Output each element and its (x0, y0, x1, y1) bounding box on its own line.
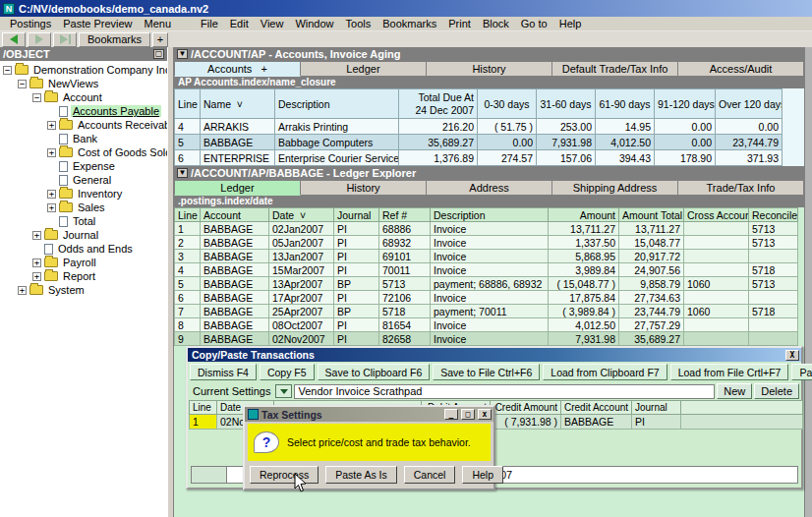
tab-ledger-history[interactable]: History (301, 180, 427, 196)
cell-reconcile[interactable]: 5713 (749, 236, 798, 250)
close-icon[interactable]: X (785, 350, 799, 361)
cell-line[interactable]: 9 (175, 332, 201, 346)
cell-line[interactable]: 5 (175, 277, 201, 291)
cell-d91[interactable]: 178.90 (655, 150, 716, 166)
tree-item[interactable]: +Inventory (0, 187, 167, 201)
panel-divider[interactable] (167, 47, 174, 517)
tree-item-label[interactable]: Expense (71, 160, 117, 172)
tab-shipping-address[interactable]: Shipping Address (552, 180, 678, 196)
cell-journal[interactable]: PI (334, 291, 379, 305)
tree-item[interactable]: Odds and Ends (0, 242, 167, 256)
menu-file[interactable]: File (195, 18, 224, 29)
cell-account[interactable]: BABBAGE (201, 305, 269, 318)
col-date[interactable]: Date ˅ (269, 208, 334, 222)
cell-d0[interactable]: ( 51.75 ) (478, 119, 537, 135)
maximize-icon[interactable]: □ (461, 409, 475, 420)
back-button[interactable] (2, 32, 26, 47)
tree-item[interactable]: −Account (0, 90, 167, 104)
cell-cross[interactable] (684, 332, 749, 346)
cell-cross[interactable] (684, 263, 749, 277)
tab-ledger-view[interactable]: Ledger (174, 180, 301, 196)
cell-reconcile[interactable]: 5718 (749, 263, 798, 277)
paste-as-is-button[interactable]: Paste As Is (325, 466, 397, 484)
load-from-clipboard-button[interactable]: Load from Clipboard F7 (543, 364, 667, 380)
panel-dropdown-icon[interactable]: ▼ (177, 168, 188, 178)
col-0-30[interactable]: 0-30 days (478, 89, 537, 119)
table-row[interactable]: 4ARRAKISArrakis Printing216.20( 51.75 )2… (175, 119, 783, 135)
cell-d61[interactable]: 394.43 (596, 150, 655, 166)
expand-icon[interactable]: + (32, 231, 41, 240)
tree-item-label[interactable]: Sales (76, 201, 107, 213)
cell-name[interactable]: ENTERPRISE (201, 150, 275, 166)
cell-line[interactable]: 6 (175, 150, 201, 166)
tab-history[interactable]: History (427, 61, 552, 77)
col-description[interactable]: Description (275, 89, 399, 119)
table-row[interactable]: 5BABBAGEBabbage Computers35,689.270.007,… (175, 135, 783, 150)
cell-fill[interactable] (681, 415, 803, 430)
menu-menu[interactable]: Menu (139, 18, 178, 29)
bookmarks-button[interactable]: Bookmarks (79, 32, 150, 47)
cell-description[interactable]: payment; 68886, 68932 (431, 277, 549, 291)
tree-item[interactable]: General (0, 173, 167, 187)
col-31-60[interactable]: 31-60 days (537, 89, 596, 119)
cell-d0[interactable]: 0.00 (478, 135, 537, 150)
col-name[interactable]: Name ˅ (201, 89, 275, 119)
tree-item-label[interactable]: Inventory (76, 188, 124, 200)
cell-amount[interactable]: 7,931.98 (549, 332, 619, 346)
minimize-icon[interactable]: _ (444, 409, 458, 420)
cell-journal[interactable]: PI (334, 318, 379, 332)
cell-description[interactable]: Enterprise Courier Services (275, 150, 399, 166)
cell-amount_total[interactable]: 23,744.79 (619, 305, 684, 318)
cell-description[interactable]: Invoice (431, 263, 549, 277)
cell-d61[interactable]: 4,012.50 (596, 135, 655, 150)
cell-cross[interactable] (684, 222, 749, 236)
tree-item-label[interactable]: Cost of Goods Sold (76, 146, 167, 158)
cell-amount[interactable]: 3,989.84 (549, 263, 619, 277)
forward-button[interactable] (28, 32, 51, 47)
tab-default-trade-tax-info[interactable]: Default Trade/Tax Info (552, 61, 678, 77)
cell-date[interactable]: 13Apr2007 (269, 277, 334, 291)
tree-item[interactable]: +Report (0, 269, 167, 283)
tree-item-label[interactable]: System (46, 284, 87, 296)
cell-journal[interactable]: PI (334, 263, 379, 277)
cell-d61[interactable]: 14.95 (596, 119, 655, 135)
cell-journal[interactable]: PI (632, 415, 681, 430)
cell-cross[interactable] (684, 318, 749, 332)
tree-item-label[interactable]: Accounts Receivable (76, 119, 167, 131)
col-line[interactable]: Line (190, 401, 217, 415)
tree-item-label[interactable]: Bank (71, 133, 99, 144)
cell-line[interactable]: 8 (175, 318, 201, 332)
cell-amount[interactable]: 1,337.50 (549, 236, 619, 250)
expand-icon[interactable]: + (47, 190, 56, 199)
add-bookmark-button[interactable]: + (152, 32, 168, 47)
expand-icon[interactable]: + (32, 272, 41, 281)
table-row[interactable]: 4BABBAGE15Mar2007PI70011Invoice3,989.842… (175, 263, 798, 277)
cell-d91[interactable]: 0.00 (655, 135, 716, 150)
cell-cross[interactable]: 1060 (684, 277, 749, 291)
cell-over[interactable]: 371.93 (716, 150, 783, 166)
menu-bookmarks[interactable]: Bookmarks (377, 18, 442, 29)
tree-item[interactable]: +Cost of Goods Sold (0, 145, 167, 159)
table-row[interactable]: 3BABBAGE13Jan2007PI69101Invoice5,868.952… (175, 250, 798, 263)
table-row[interactable]: 2BABBAGE05Jan2007PI68932Invoice1,337.501… (175, 236, 798, 250)
cell-amount[interactable]: ( 3,989.84 ) (549, 305, 619, 318)
cell-reconcile[interactable] (749, 291, 798, 305)
cell-reconcile[interactable] (749, 250, 798, 263)
cell-account[interactable]: BABBAGE (201, 332, 269, 346)
cell-reconcile[interactable]: 5713 (749, 222, 798, 236)
cell-date[interactable]: 05Jan2007 (269, 236, 334, 250)
settings-dropdown-button[interactable] (275, 384, 292, 398)
cell-journal[interactable]: BP (334, 277, 379, 291)
tax-dialog-titlebar[interactable]: Tax Settings _ □ x (245, 407, 493, 422)
cell-account[interactable]: BABBAGE (201, 318, 269, 332)
cell-journal[interactable]: PI (334, 222, 379, 236)
cell-line[interactable]: 5 (175, 135, 201, 150)
cell-journal[interactable]: PI (334, 250, 379, 263)
load-from-file-button[interactable]: Load from File Crtl+F7 (670, 364, 789, 380)
cell-total[interactable]: 216.20 (399, 119, 478, 135)
cell-ref[interactable]: 69101 (379, 250, 431, 263)
cancel-button[interactable]: Cancel (404, 466, 456, 484)
col-total-due[interactable]: Total Due At24 Dec 2007 (399, 89, 478, 119)
cell-d31[interactable]: 253.00 (537, 119, 596, 135)
menu-edit[interactable]: Edit (224, 18, 255, 29)
